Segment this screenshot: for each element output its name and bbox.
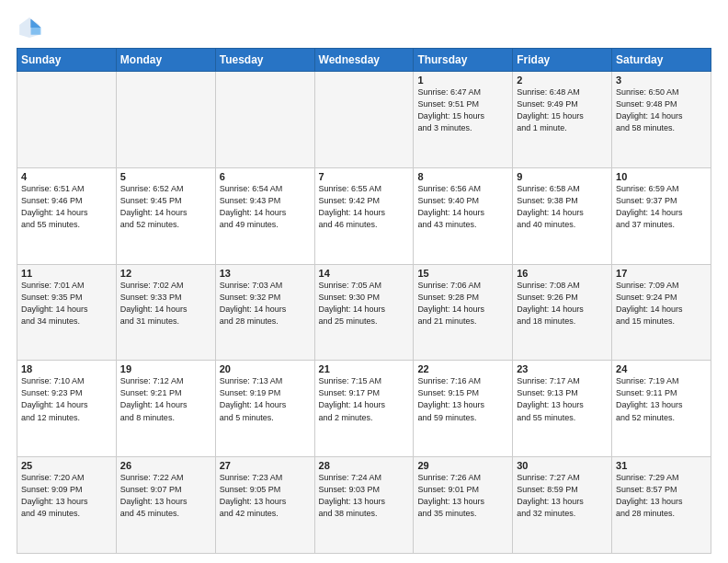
logo [17,15,46,40]
calendar-cell: 26Sunrise: 7:22 AM Sunset: 9:07 PM Dayli… [116,457,215,554]
calendar-cell: 10Sunrise: 6:59 AM Sunset: 9:37 PM Dayli… [612,167,711,264]
day-info: Sunrise: 7:24 AM Sunset: 9:03 PM Dayligh… [319,472,410,520]
day-number: 23 [517,363,608,374]
day-info: Sunrise: 6:55 AM Sunset: 9:42 PM Dayligh… [319,183,410,231]
calendar-cell: 1Sunrise: 6:47 AM Sunset: 9:51 PM Daylig… [414,72,513,168]
calendar-week-4: 18Sunrise: 7:10 AM Sunset: 9:23 PM Dayli… [17,361,711,457]
day-number: 24 [616,363,707,374]
day-info: Sunrise: 7:23 AM Sunset: 9:05 PM Dayligh… [220,472,311,520]
day-info: Sunrise: 7:15 AM Sunset: 9:17 PM Dayligh… [319,375,410,423]
calendar-cell: 31Sunrise: 7:29 AM Sunset: 8:57 PM Dayli… [612,457,711,554]
day-number: 21 [319,363,410,374]
day-number: 9 [517,171,608,182]
calendar-week-2: 4Sunrise: 6:51 AM Sunset: 9:46 PM Daylig… [17,167,711,264]
day-info: Sunrise: 7:01 AM Sunset: 9:35 PM Dayligh… [21,280,112,327]
calendar-cell: 28Sunrise: 7:24 AM Sunset: 9:03 PM Dayli… [314,457,414,554]
calendar-week-1: 1Sunrise: 6:47 AM Sunset: 9:51 PM Daylig… [17,72,711,168]
calendar-cell [116,72,215,168]
calendar-cell: 24Sunrise: 7:19 AM Sunset: 9:11 PM Dayli… [612,361,711,457]
day-info: Sunrise: 7:13 AM Sunset: 9:19 PM Dayligh… [220,375,311,423]
calendar-cell: 7Sunrise: 6:55 AM Sunset: 9:42 PM Daylig… [314,167,414,264]
day-number: 25 [21,460,112,471]
calendar-cell: 11Sunrise: 7:01 AM Sunset: 9:35 PM Dayli… [17,264,117,361]
day-info: Sunrise: 7:08 AM Sunset: 9:26 PM Dayligh… [517,280,608,327]
calendar-cell: 19Sunrise: 7:12 AM Sunset: 9:21 PM Dayli… [116,361,215,457]
day-info: Sunrise: 7:12 AM Sunset: 9:21 PM Dayligh… [120,375,211,423]
calendar-header-thursday: Thursday [414,49,513,72]
day-number: 26 [120,460,211,471]
calendar-week-3: 11Sunrise: 7:01 AM Sunset: 9:35 PM Dayli… [17,264,711,361]
calendar-cell: 23Sunrise: 7:17 AM Sunset: 9:13 PM Dayli… [513,361,612,457]
day-info: Sunrise: 7:29 AM Sunset: 8:57 PM Dayligh… [616,472,707,520]
day-number: 14 [319,268,410,279]
calendar-cell: 25Sunrise: 7:20 AM Sunset: 9:09 PM Dayli… [17,457,117,554]
calendar-cell: 8Sunrise: 6:56 AM Sunset: 9:40 PM Daylig… [414,167,513,264]
day-number: 1 [417,75,508,86]
day-number: 18 [21,363,112,374]
day-info: Sunrise: 6:51 AM Sunset: 9:46 PM Dayligh… [21,183,112,231]
day-number: 3 [616,75,707,86]
day-info: Sunrise: 6:59 AM Sunset: 9:37 PM Dayligh… [616,183,707,231]
day-number: 2 [517,75,608,86]
day-info: Sunrise: 7:19 AM Sunset: 9:11 PM Dayligh… [616,375,707,423]
day-number: 19 [120,363,211,374]
calendar-cell: 13Sunrise: 7:03 AM Sunset: 9:32 PM Dayli… [215,264,314,361]
day-number: 15 [417,268,508,279]
day-number: 17 [616,268,707,279]
day-number: 31 [616,460,707,471]
day-info: Sunrise: 7:09 AM Sunset: 9:24 PM Dayligh… [616,280,707,327]
calendar-cell: 12Sunrise: 7:02 AM Sunset: 9:33 PM Dayli… [116,264,215,361]
calendar-cell: 9Sunrise: 6:58 AM Sunset: 9:38 PM Daylig… [513,167,612,264]
day-info: Sunrise: 7:05 AM Sunset: 9:30 PM Dayligh… [319,280,410,327]
calendar-header-sunday: Sunday [17,49,117,72]
day-info: Sunrise: 7:02 AM Sunset: 9:33 PM Dayligh… [120,280,211,327]
day-number: 22 [417,363,508,374]
day-number: 30 [517,460,608,471]
day-info: Sunrise: 6:56 AM Sunset: 9:40 PM Dayligh… [417,183,508,231]
day-info: Sunrise: 7:27 AM Sunset: 8:59 PM Dayligh… [517,472,608,520]
day-info: Sunrise: 7:10 AM Sunset: 9:23 PM Dayligh… [21,375,112,423]
day-info: Sunrise: 6:52 AM Sunset: 9:45 PM Dayligh… [120,183,211,231]
day-info: Sunrise: 6:58 AM Sunset: 9:38 PM Dayligh… [517,183,608,231]
day-number: 12 [120,268,211,279]
day-number: 27 [220,460,311,471]
day-number: 6 [220,171,311,182]
day-info: Sunrise: 7:16 AM Sunset: 9:15 PM Dayligh… [417,375,508,423]
page: SundayMondayTuesdayWednesdayThursdayFrid… [0,0,728,563]
day-number: 13 [220,268,311,279]
day-number: 5 [120,171,211,182]
calendar-cell: 18Sunrise: 7:10 AM Sunset: 9:23 PM Dayli… [17,361,117,457]
calendar-cell: 4Sunrise: 6:51 AM Sunset: 9:46 PM Daylig… [17,167,117,264]
calendar-cell [17,72,117,168]
day-number: 4 [21,171,112,182]
calendar-cell: 21Sunrise: 7:15 AM Sunset: 9:17 PM Dayli… [314,361,414,457]
day-number: 8 [417,171,508,182]
calendar-cell [314,72,414,168]
calendar-header-wednesday: Wednesday [314,49,414,72]
calendar-header-monday: Monday [116,49,215,72]
calendar-header-tuesday: Tuesday [215,49,314,72]
day-number: 20 [220,363,311,374]
day-info: Sunrise: 7:17 AM Sunset: 9:13 PM Dayligh… [517,375,608,423]
day-info: Sunrise: 7:20 AM Sunset: 9:09 PM Dayligh… [21,472,112,520]
calendar-cell: 6Sunrise: 6:54 AM Sunset: 9:43 PM Daylig… [215,167,314,264]
logo-icon [17,15,42,40]
calendar-cell: 27Sunrise: 7:23 AM Sunset: 9:05 PM Dayli… [215,457,314,554]
calendar-cell: 29Sunrise: 7:26 AM Sunset: 9:01 PM Dayli… [414,457,513,554]
calendar-cell: 14Sunrise: 7:05 AM Sunset: 9:30 PM Dayli… [314,264,414,361]
calendar-table: SundayMondayTuesdayWednesdayThursdayFrid… [17,48,711,554]
svg-marker-2 [31,19,41,35]
calendar-cell: 3Sunrise: 6:50 AM Sunset: 9:48 PM Daylig… [612,72,711,168]
calendar-cell: 17Sunrise: 7:09 AM Sunset: 9:24 PM Dayli… [612,264,711,361]
calendar-header-saturday: Saturday [612,49,711,72]
calendar-cell: 2Sunrise: 6:48 AM Sunset: 9:49 PM Daylig… [513,72,612,168]
calendar-cell: 5Sunrise: 6:52 AM Sunset: 9:45 PM Daylig… [116,167,215,264]
calendar-cell: 16Sunrise: 7:08 AM Sunset: 9:26 PM Dayli… [513,264,612,361]
day-info: Sunrise: 7:26 AM Sunset: 9:01 PM Dayligh… [417,472,508,520]
day-number: 7 [319,171,410,182]
day-info: Sunrise: 7:06 AM Sunset: 9:28 PM Dayligh… [417,280,508,327]
day-info: Sunrise: 7:22 AM Sunset: 9:07 PM Dayligh… [120,472,211,520]
day-number: 29 [417,460,508,471]
day-info: Sunrise: 6:50 AM Sunset: 9:48 PM Dayligh… [616,86,707,134]
day-info: Sunrise: 6:48 AM Sunset: 9:49 PM Dayligh… [517,86,608,134]
